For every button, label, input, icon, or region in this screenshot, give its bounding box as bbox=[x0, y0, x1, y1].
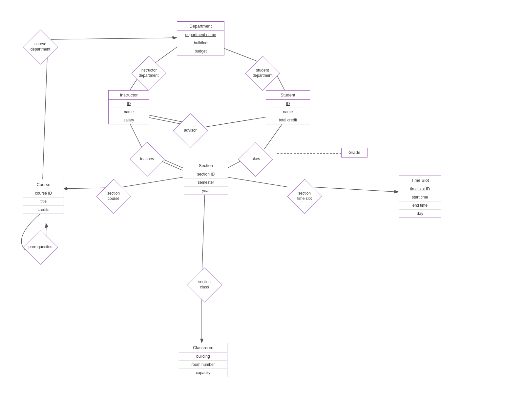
section-entity: Section section ID semester year bbox=[184, 161, 228, 195]
department-attr-name: department name bbox=[177, 31, 224, 39]
timeslot-title: Time Slot bbox=[399, 176, 441, 185]
grade-entity: Grade bbox=[341, 148, 368, 158]
diamond-course-department: coursedepartment bbox=[22, 29, 58, 65]
line-course-dept-to-dept bbox=[51, 38, 177, 39]
student-entity: Student ID name total credit bbox=[266, 90, 310, 124]
diamond-student-department: studentdepartment bbox=[244, 55, 281, 91]
classroom-attr-building: building bbox=[179, 352, 227, 361]
diamond-section-class: sectionclass bbox=[188, 268, 221, 301]
classroom-entity: Classroom building room number capacity bbox=[179, 343, 227, 377]
timeslot-entity: Time Slot time slot ID start time end ti… bbox=[399, 176, 441, 218]
instructor-entity: Instructor ID name salary bbox=[108, 90, 149, 124]
diamond-section-class-label: sectionclass bbox=[198, 280, 211, 290]
section-attr-year: year bbox=[184, 187, 228, 195]
classroom-attr-capacity: capacity bbox=[179, 369, 227, 377]
student-attr-id: ID bbox=[266, 100, 310, 108]
diamond-course-department-label: coursedepartment bbox=[31, 42, 51, 52]
department-title: Department bbox=[177, 22, 224, 31]
diamond-student-department-label: studentdepartment bbox=[253, 68, 273, 78]
course-attr-title: title bbox=[23, 198, 64, 206]
course-attr-credits: credits bbox=[23, 206, 64, 214]
diamond-section-timeslot: sectiontime slot bbox=[288, 180, 321, 213]
line-section-class-to-section bbox=[202, 194, 205, 276]
student-attr-name: name bbox=[266, 108, 310, 116]
instructor-attr-id: ID bbox=[109, 100, 149, 108]
line-section-timeslot-to-timeslot bbox=[313, 187, 399, 192]
classroom-attr-roomnumber: room number bbox=[179, 361, 227, 369]
diamond-takes-label: takes bbox=[251, 157, 260, 162]
student-title: Student bbox=[266, 91, 310, 100]
instructor-attr-salary: salary bbox=[109, 116, 149, 124]
section-attr-semester: semester bbox=[184, 178, 228, 187]
grade-title: Grade bbox=[342, 148, 367, 157]
diamond-advisor: advisor bbox=[174, 114, 207, 147]
timeslot-attr-day: day bbox=[399, 210, 441, 218]
line-course-dept-to-course bbox=[43, 49, 48, 179]
timeslot-attr-start: start time bbox=[399, 193, 441, 201]
diamond-prerequisites-label: prerequesites bbox=[29, 244, 52, 250]
section-attr-id: section ID bbox=[184, 170, 228, 178]
diamond-section-course-label: sectioncourse bbox=[107, 191, 120, 201]
timeslot-attr-end: end time bbox=[399, 201, 441, 210]
diamond-teaches-label: teaches bbox=[140, 157, 154, 162]
diamond-section-timeslot-label: sectiontime slot bbox=[297, 191, 312, 201]
department-attr-building: building bbox=[177, 39, 224, 47]
section-title: Section bbox=[184, 161, 228, 170]
diamond-takes: takes bbox=[239, 143, 272, 176]
diamond-instructor-department-label: instructordepartment bbox=[139, 68, 159, 78]
diamond-section-course: sectioncourse bbox=[97, 180, 130, 213]
timeslot-attr-id: time slot ID bbox=[399, 185, 441, 193]
course-attr-id: course ID bbox=[23, 189, 64, 198]
diamond-advisor-label: advisor bbox=[184, 128, 197, 133]
course-entity: Course course ID title credits bbox=[23, 180, 64, 214]
student-attr-totalcredit: total credit bbox=[266, 116, 310, 124]
instructor-title: Instructor bbox=[109, 91, 149, 100]
diamond-prerequisites: prerequesites bbox=[22, 229, 58, 265]
department-attr-budget: budget bbox=[177, 47, 224, 55]
diamond-teaches: teaches bbox=[131, 143, 163, 176]
diamond-instructor-department: instructordepartment bbox=[131, 55, 167, 91]
instructor-attr-name: name bbox=[109, 108, 149, 116]
course-title: Course bbox=[23, 180, 64, 189]
department-entity: Department department name building budg… bbox=[177, 21, 224, 55]
classroom-title: Classroom bbox=[179, 343, 227, 352]
line-section-timeslot-to-section bbox=[227, 177, 288, 187]
line-section-course-to-section bbox=[122, 177, 183, 187]
